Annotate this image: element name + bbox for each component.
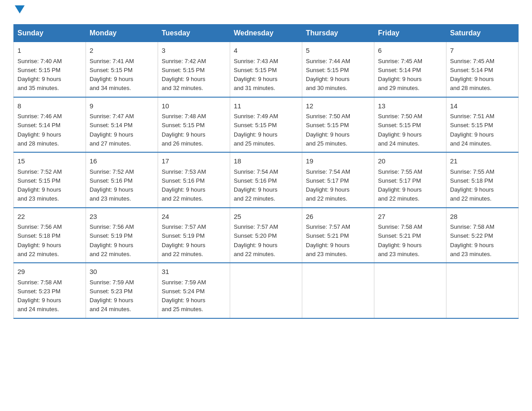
day-info: Sunrise: 7:52 AMSunset: 5:16 PMDaylight:… <box>90 168 134 202</box>
day-number: 19 <box>306 156 370 167</box>
calendar-cell: 15Sunrise: 7:52 AMSunset: 5:15 PMDayligh… <box>14 152 86 208</box>
day-info: Sunrise: 7:52 AMSunset: 5:15 PMDaylight:… <box>17 168 62 202</box>
day-number: 20 <box>378 156 442 167</box>
day-info: Sunrise: 7:54 AMSunset: 5:16 PMDaylight:… <box>234 168 278 202</box>
calendar-cell: 19Sunrise: 7:54 AMSunset: 5:17 PMDayligh… <box>302 152 374 208</box>
day-number: 16 <box>90 156 154 167</box>
calendar-cell: 30Sunrise: 7:59 AMSunset: 5:23 PMDayligh… <box>86 263 158 318</box>
day-number: 30 <box>90 267 154 277</box>
calendar-cell: 2Sunrise: 7:41 AMSunset: 5:15 PMDaylight… <box>86 42 158 97</box>
day-info: Sunrise: 7:57 AMSunset: 5:21 PMDaylight:… <box>306 223 350 257</box>
calendar-cell <box>374 263 446 318</box>
day-number: 1 <box>17 46 82 56</box>
day-number: 31 <box>162 267 226 277</box>
calendar-cell: 28Sunrise: 7:58 AMSunset: 5:22 PMDayligh… <box>446 208 519 263</box>
calendar-cell: 24Sunrise: 7:57 AMSunset: 5:19 PMDayligh… <box>158 208 230 263</box>
day-info: Sunrise: 7:45 AMSunset: 5:14 PMDaylight:… <box>450 58 494 92</box>
calendar-cell: 31Sunrise: 7:59 AMSunset: 5:24 PMDayligh… <box>158 263 230 318</box>
calendar-body: 1Sunrise: 7:40 AMSunset: 5:15 PMDaylight… <box>14 42 519 318</box>
day-info: Sunrise: 7:41 AMSunset: 5:15 PMDaylight:… <box>90 58 134 92</box>
header-thursday: Thursday <box>302 25 374 42</box>
calendar-cell: 4Sunrise: 7:43 AMSunset: 5:15 PMDaylight… <box>230 42 302 97</box>
day-number: 21 <box>450 156 515 167</box>
day-number: 5 <box>306 46 370 56</box>
day-info: Sunrise: 7:47 AMSunset: 5:14 PMDaylight:… <box>90 113 134 147</box>
day-number: 18 <box>234 156 298 167</box>
day-info: Sunrise: 7:57 AMSunset: 5:20 PMDaylight:… <box>234 223 278 257</box>
day-info: Sunrise: 7:59 AMSunset: 5:23 PMDaylight:… <box>90 279 134 313</box>
calendar-cell: 11Sunrise: 7:49 AMSunset: 5:15 PMDayligh… <box>230 97 302 153</box>
day-number: 14 <box>450 101 515 111</box>
calendar-cell: 25Sunrise: 7:57 AMSunset: 5:20 PMDayligh… <box>230 208 302 263</box>
calendar-week-5: 29Sunrise: 7:58 AMSunset: 5:23 PMDayligh… <box>14 263 519 318</box>
header-sunday: Sunday <box>14 25 86 42</box>
day-number: 2 <box>90 46 154 56</box>
calendar-cell <box>230 263 302 318</box>
day-number: 9 <box>90 101 154 111</box>
calendar-cell: 26Sunrise: 7:57 AMSunset: 5:21 PMDayligh… <box>302 208 374 263</box>
header-saturday: Saturday <box>446 25 519 42</box>
day-number: 11 <box>234 101 298 111</box>
calendar-cell: 17Sunrise: 7:53 AMSunset: 5:16 PMDayligh… <box>158 152 230 208</box>
calendar-cell: 7Sunrise: 7:45 AMSunset: 5:14 PMDaylight… <box>446 42 519 97</box>
day-info: Sunrise: 7:58 AMSunset: 5:23 PMDaylight:… <box>17 279 62 313</box>
calendar-week-3: 15Sunrise: 7:52 AMSunset: 5:15 PMDayligh… <box>14 152 519 208</box>
day-info: Sunrise: 7:40 AMSunset: 5:15 PMDaylight:… <box>17 58 62 92</box>
header-friday: Friday <box>374 25 446 42</box>
day-number: 26 <box>306 212 370 222</box>
calendar-cell: 13Sunrise: 7:50 AMSunset: 5:15 PMDayligh… <box>374 97 446 153</box>
calendar-week-4: 22Sunrise: 7:56 AMSunset: 5:18 PMDayligh… <box>14 208 519 263</box>
calendar-cell: 21Sunrise: 7:55 AMSunset: 5:18 PMDayligh… <box>446 152 519 208</box>
calendar-cell <box>302 263 374 318</box>
calendar-cell: 18Sunrise: 7:54 AMSunset: 5:16 PMDayligh… <box>230 152 302 208</box>
day-number: 29 <box>17 267 82 277</box>
day-number: 22 <box>17 212 82 222</box>
day-number: 6 <box>378 46 442 56</box>
day-info: Sunrise: 7:59 AMSunset: 5:24 PMDaylight:… <box>162 279 206 313</box>
page-header <box>13 9 519 15</box>
header-row: SundayMondayTuesdayWednesdayThursdayFrid… <box>14 25 519 42</box>
calendar-cell: 8Sunrise: 7:46 AMSunset: 5:14 PMDaylight… <box>14 97 86 153</box>
day-info: Sunrise: 7:50 AMSunset: 5:15 PMDaylight:… <box>378 113 422 147</box>
calendar-table: SundayMondayTuesdayWednesdayThursdayFrid… <box>13 24 519 319</box>
day-number: 10 <box>162 101 226 111</box>
day-number: 17 <box>162 156 226 167</box>
header-wednesday: Wednesday <box>230 25 302 42</box>
day-info: Sunrise: 7:56 AMSunset: 5:18 PMDaylight:… <box>17 223 62 257</box>
svg-marker-0 <box>15 5 25 13</box>
day-info: Sunrise: 7:48 AMSunset: 5:15 PMDaylight:… <box>162 113 206 147</box>
calendar-cell: 22Sunrise: 7:56 AMSunset: 5:18 PMDayligh… <box>14 208 86 263</box>
day-number: 13 <box>378 101 442 111</box>
day-info: Sunrise: 7:49 AMSunset: 5:15 PMDaylight:… <box>234 113 278 147</box>
calendar-cell: 1Sunrise: 7:40 AMSunset: 5:15 PMDaylight… <box>14 42 86 97</box>
logo-triangle-icon <box>15 5 25 13</box>
day-number: 4 <box>234 46 298 56</box>
calendar-cell: 5Sunrise: 7:44 AMSunset: 5:15 PMDaylight… <box>302 42 374 97</box>
calendar-cell: 20Sunrise: 7:55 AMSunset: 5:17 PMDayligh… <box>374 152 446 208</box>
calendar-header: SundayMondayTuesdayWednesdayThursdayFrid… <box>14 25 519 42</box>
calendar-cell: 12Sunrise: 7:50 AMSunset: 5:15 PMDayligh… <box>302 97 374 153</box>
day-info: Sunrise: 7:54 AMSunset: 5:17 PMDaylight:… <box>306 168 350 202</box>
day-number: 8 <box>17 101 82 111</box>
day-number: 3 <box>162 46 226 56</box>
calendar-cell: 6Sunrise: 7:45 AMSunset: 5:14 PMDaylight… <box>374 42 446 97</box>
day-info: Sunrise: 7:46 AMSunset: 5:14 PMDaylight:… <box>17 113 62 147</box>
day-info: Sunrise: 7:58 AMSunset: 5:21 PMDaylight:… <box>378 223 422 257</box>
calendar-week-2: 8Sunrise: 7:46 AMSunset: 5:14 PMDaylight… <box>14 97 519 153</box>
day-info: Sunrise: 7:44 AMSunset: 5:15 PMDaylight:… <box>306 58 350 92</box>
calendar-cell: 29Sunrise: 7:58 AMSunset: 5:23 PMDayligh… <box>14 263 86 318</box>
day-number: 12 <box>306 101 370 111</box>
day-info: Sunrise: 7:55 AMSunset: 5:18 PMDaylight:… <box>450 168 494 202</box>
calendar-cell: 9Sunrise: 7:47 AMSunset: 5:14 PMDaylight… <box>86 97 158 153</box>
header-tuesday: Tuesday <box>158 25 230 42</box>
calendar-cell: 16Sunrise: 7:52 AMSunset: 5:16 PMDayligh… <box>86 152 158 208</box>
calendar-cell <box>446 263 519 318</box>
day-info: Sunrise: 7:58 AMSunset: 5:22 PMDaylight:… <box>450 223 494 257</box>
calendar-cell: 14Sunrise: 7:51 AMSunset: 5:15 PMDayligh… <box>446 97 519 153</box>
day-info: Sunrise: 7:51 AMSunset: 5:15 PMDaylight:… <box>450 113 494 147</box>
calendar-cell: 10Sunrise: 7:48 AMSunset: 5:15 PMDayligh… <box>158 97 230 153</box>
logo <box>13 9 25 15</box>
day-number: 23 <box>90 212 154 222</box>
day-info: Sunrise: 7:56 AMSunset: 5:19 PMDaylight:… <box>90 223 134 257</box>
day-number: 25 <box>234 212 298 222</box>
